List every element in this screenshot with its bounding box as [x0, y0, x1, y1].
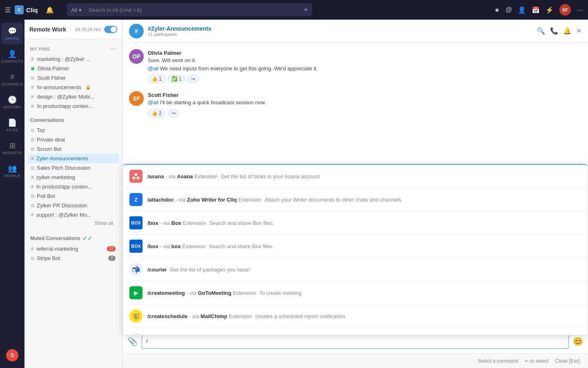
- sidebar-user-avatar[interactable]: S: [6, 349, 18, 361]
- new-chat-icon[interactable]: +: [304, 6, 308, 14]
- conv-item-zylker-pr[interactable]: Zylker PR Discussion: [28, 201, 119, 210]
- olivia-author: Olivia Palmer: [148, 50, 181, 56]
- sidebar-item-people[interactable]: 👥 PEOPLE: [2, 160, 23, 182]
- pin-item-scott[interactable]: Scott Fisher: [28, 73, 119, 83]
- scott-avatar: SF: [129, 91, 144, 106]
- command-popup: /asana - via Asana Extension Get the lis…: [122, 164, 588, 335]
- muted-item-left: Stripe Bot: [31, 255, 60, 261]
- status-dot: [31, 129, 34, 132]
- command-box1-text: /box - via Box Extension Search and shar…: [147, 220, 581, 226]
- reaction-thumbsup[interactable]: 👍 1: [148, 75, 165, 83]
- pin-label: In product/app conten...: [37, 103, 93, 109]
- hash-icon: #: [31, 246, 34, 252]
- sidebar-item-files[interactable]: 📄 FILES: [2, 114, 23, 136]
- command-createmeeting[interactable]: ▶ /createmeeting - via GoToMeeting Exten…: [123, 281, 588, 305]
- command-courier[interactable]: 📬 /courier Get the list of packages you …: [123, 258, 588, 281]
- conv-item-zyler[interactable]: # Zyler-Announcements: [28, 154, 119, 163]
- command-box2-text: /box - via box Extension Search and shar…: [147, 243, 581, 249]
- conversations-section: Conversations Taz Private deal Scrum Bot…: [24, 112, 122, 230]
- video-icon[interactable]: 📞: [550, 27, 558, 35]
- message-input[interactable]: [142, 334, 569, 349]
- reaction-thumbsup-2[interactable]: 👍 2: [148, 109, 165, 117]
- muted-label: Stripe Bot: [37, 255, 60, 261]
- zap-icon[interactable]: ⚡: [546, 6, 554, 14]
- reaction-check[interactable]: ✅ 1: [168, 75, 185, 83]
- sidebar-item-contacts[interactable]: 👤 CONTACTS: [2, 46, 23, 67]
- arrow-select-label: ↵ to select: [525, 358, 548, 364]
- channel-name[interactable]: #Zyler-Announcements: [148, 25, 533, 32]
- conv-item-poll[interactable]: Poll Bot: [28, 191, 119, 201]
- search-chat-icon[interactable]: 🔍: [537, 27, 545, 35]
- files-icon: 📄: [8, 118, 17, 127]
- muted-title: Muted Conversations ✓✓: [28, 233, 119, 244]
- close-chat-icon[interactable]: ✕: [576, 27, 581, 35]
- conv-item-zylker-mkt[interactable]: # zylker-marketing: [28, 173, 119, 182]
- sidebar-bottom: S: [6, 346, 18, 365]
- at-icon[interactable]: @: [506, 6, 512, 13]
- status-dot: [31, 166, 34, 170]
- icon-sidebar: 💬 CHATS 👤 CONTACTS # CHANNELS 🕒 HISTORY …: [0, 20, 24, 368]
- star-icon[interactable]: ★: [494, 6, 500, 14]
- command-createschedule[interactable]: 🐒 /createschedule - via MailChimp Extens…: [123, 305, 588, 328]
- hash-icon: #: [31, 56, 34, 62]
- pin-item[interactable]: # marketing : @Zylker ...: [28, 54, 119, 64]
- sidebar-item-chats[interactable]: 💬 CHATS: [2, 23, 23, 44]
- sidebar-item-channels[interactable]: # CHANNELS: [2, 69, 23, 90]
- files-label: FILES: [7, 128, 18, 132]
- pins-more-icon[interactable]: ⋯: [110, 45, 117, 53]
- muted-item-stripe[interactable]: Stripe Bot 7: [28, 254, 119, 263]
- close-esc-label[interactable]: Close [Esc]: [555, 358, 580, 364]
- conv-item-product2[interactable]: # In product/app conten...: [28, 182, 119, 191]
- olivia-text-2: @all We need inputs from everyone to get…: [148, 65, 581, 73]
- status-dot: [31, 204, 34, 207]
- conv-item-support[interactable]: # support : @Zylker Mo...: [28, 210, 119, 220]
- top-bar-actions: ★ @ 👤 📅 ⚡ SF ⋯: [494, 4, 583, 16]
- reaction-reply-2[interactable]: ↪: [168, 109, 179, 117]
- muted-item-referral[interactable]: # referral-marketing 32: [28, 244, 119, 254]
- notification-icon[interactable]: 🔔: [46, 6, 54, 14]
- search-input[interactable]: [89, 7, 301, 13]
- conv-item-private[interactable]: Private deal: [28, 135, 119, 144]
- olivia-reactions: 👍 1 ✅ 1 ↪: [148, 75, 581, 83]
- bell-mute-icon[interactable]: 🔔: [563, 27, 571, 35]
- workspace-toggle[interactable]: [104, 26, 117, 33]
- pin-item-olivia[interactable]: Olivia Palmer: [28, 64, 119, 73]
- command-attachdoc[interactable]: Z /attachdoc - via Zoho Writer for Cliq …: [123, 188, 588, 211]
- cliq-logo-icon: C: [15, 5, 24, 14]
- chat-area: # #Zyler-Announcements 11 participants 🔍…: [122, 20, 588, 368]
- attach-icon[interactable]: 📎: [127, 337, 138, 346]
- pin-label: marketing : @Zylker ...: [37, 56, 91, 62]
- apps-grid-icon[interactable]: ⋯: [577, 6, 583, 14]
- sidebar-item-widgets[interactable]: ⊞ WIDGETS: [2, 137, 23, 159]
- conv-label: support : @Zylker Mo...: [36, 212, 91, 218]
- scott-mention: @all: [148, 99, 158, 105]
- reaction-reply[interactable]: ↪: [187, 75, 199, 83]
- calendar-icon[interactable]: 📅: [532, 6, 540, 14]
- pin-item-design[interactable]: # design : @Zylker Mobi...: [28, 92, 119, 101]
- gotowebinar-icon: 🌐: [129, 333, 143, 335]
- hash-icon: #: [31, 94, 34, 100]
- workspace-timer: 04:39:26 Hrs: [75, 27, 101, 32]
- muted-check-icon: ✓✓: [82, 235, 92, 242]
- pin-item-hr[interactable]: # hr-announcements 🔒: [28, 83, 119, 92]
- command-box2[interactable]: BOX /box - via box Extension Search and …: [123, 235, 588, 258]
- pin-label: hr-announcements: [37, 84, 81, 90]
- command-createwebinar[interactable]: 🌐 /createwebinar - via GoToWebinar Exten…: [123, 328, 588, 335]
- olivia-text-rest: We need inputs from everyone to get this…: [160, 65, 318, 72]
- pin-item-product[interactable]: # In product/app conten...: [28, 101, 119, 111]
- user-avatar[interactable]: SF: [559, 4, 571, 16]
- command-box1[interactable]: BOX /box - via Box Extension Search and …: [123, 211, 588, 235]
- conv-item-scrum[interactable]: Scrum Bot: [28, 144, 119, 154]
- conv-item-taz[interactable]: Taz: [28, 126, 119, 135]
- command-courier-text: /courier Get the list of packages you ha…: [147, 267, 581, 273]
- sidebar-item-history[interactable]: 🕒 HISTORY: [2, 92, 23, 113]
- emoji-icon[interactable]: 😊: [573, 337, 583, 346]
- hash-icon: #: [31, 175, 34, 180]
- command-asana[interactable]: /asana - via Asana Extension Get the lis…: [123, 164, 588, 188]
- left-panel: Remote Work 04:39:26 Hrs My Pins ⋯ # mar…: [24, 20, 122, 368]
- conv-item-sales[interactable]: Sales Pitch Discussion: [28, 163, 119, 173]
- show-all-link[interactable]: Show all: [28, 220, 119, 227]
- contacts-icon[interactable]: 👤: [518, 6, 526, 14]
- menu-icon[interactable]: ☰: [5, 6, 11, 14]
- search-scope-dropdown[interactable]: All ▾: [71, 7, 85, 13]
